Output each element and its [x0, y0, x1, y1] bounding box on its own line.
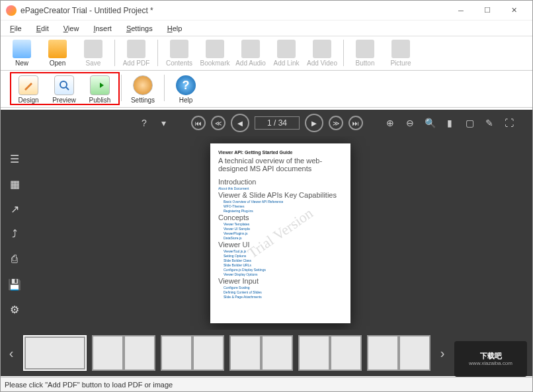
toolbar-separator	[157, 40, 158, 66]
bookmark-icon	[206, 40, 224, 58]
chevron-down-icon[interactable]: ▾	[157, 116, 171, 130]
app-icon	[6, 5, 17, 16]
link-icon	[277, 40, 296, 58]
thumbnail-6[interactable]	[367, 335, 430, 371]
print-icon[interactable]: ⎙	[7, 253, 22, 266]
menu-file[interactable]: File	[10, 24, 22, 32]
pencil-icon[interactable]: ✎	[482, 116, 497, 130]
svg-point-0	[60, 81, 67, 88]
menu-bar: File Edit View Insert Settings Help	[1, 20, 532, 36]
menu-insert[interactable]: Insert	[93, 24, 112, 32]
preview-icon	[54, 75, 74, 95]
page-canvas[interactable]: Viewer API: Getting Started Guide A tech…	[28, 136, 532, 330]
last-page-button[interactable]: ⏭	[348, 116, 363, 130]
zoom-out-icon[interactable]: ⊖	[403, 116, 417, 130]
thumb-next-button[interactable]: ›	[436, 346, 449, 361]
maximize-button[interactable]: ☐	[474, 3, 501, 19]
settings-gear-icon[interactable]: ⚙	[7, 303, 22, 316]
status-bar: Please click "Add PDF" button to load PD…	[1, 377, 532, 391]
save-button[interactable]: Save	[76, 38, 110, 68]
page-indicator[interactable]: 1 / 34	[255, 116, 300, 130]
main-toolbar: New Open Save Add PDF Contents Bookmark …	[1, 36, 532, 71]
download-icon[interactable]: 💾	[7, 278, 22, 291]
menu-view[interactable]: View	[63, 24, 79, 32]
thumbnail-3[interactable]	[161, 335, 224, 371]
save-icon	[84, 40, 102, 58]
help-icon: ?	[176, 75, 196, 95]
minimize-button[interactable]: ─	[448, 3, 474, 19]
add-audio-button[interactable]: Add Audio	[233, 38, 268, 68]
fast-forward-button[interactable]: ≫	[329, 116, 343, 130]
toolbar-separator	[164, 75, 165, 101]
status-message: Please click "Add PDF" button to load PD…	[5, 381, 173, 389]
brand-logo: 下载吧 www.xiazaiba.com	[454, 341, 527, 377]
publish-icon	[90, 75, 110, 95]
thumb-prev-button[interactable]: ‹	[5, 346, 18, 361]
button-tool[interactable]: Button	[348, 38, 382, 68]
toolbar-separator	[114, 40, 115, 66]
button-icon	[356, 40, 374, 58]
gear-icon	[133, 75, 153, 95]
fullscreen-icon[interactable]: ⛶	[502, 116, 516, 130]
viewer-sidebar: ☰ ▦ ↗ ⤴ ⎙ 💾 ⚙	[1, 136, 28, 330]
secondary-toolbar: Design Preview Publish Settings ? Help	[1, 71, 532, 108]
add-link-button[interactable]: Add Link	[269, 38, 304, 68]
contents-button[interactable]: Contents	[162, 38, 196, 68]
menu-help[interactable]: Help	[167, 24, 183, 32]
rewind-button[interactable]: ≪	[211, 116, 226, 130]
add-video-button[interactable]: Add Video	[305, 38, 339, 68]
viewer-main: ☰ ▦ ↗ ⤴ ⎙ 💾 ⚙ Viewer API: Getting Starte…	[1, 136, 532, 330]
window-title: ePageCreator Trial - Untitled Project *	[20, 6, 448, 15]
thumbnail-2[interactable]	[92, 335, 155, 371]
viewer-toolbar: ? ▾ ⏮ ≪ ◄ 1 / 34 ► ≫ ⏭ ⊕ ⊖ 🔍 ▮ ▢ ✎ ⛶	[1, 110, 532, 136]
page-preview: Viewer API: Getting Started Guide A tech…	[210, 143, 350, 323]
design-icon	[19, 75, 38, 95]
note-icon[interactable]: ▢	[462, 116, 477, 130]
picture-icon	[391, 40, 410, 58]
prev-page-button[interactable]: ◄	[231, 114, 249, 132]
share-icon[interactable]: ↗	[7, 202, 22, 216]
help-icon[interactable]: ?	[137, 116, 151, 130]
export-icon[interactable]: ⤴	[7, 227, 22, 241]
pdf-icon	[127, 40, 145, 58]
page-title: Viewer API: Getting Started Guide	[218, 150, 343, 155]
search-icon[interactable]: 🔍	[423, 116, 437, 130]
bookmark-button[interactable]: Bookmark	[198, 38, 232, 68]
title-bar: ePageCreator Trial - Untitled Project * …	[1, 1, 532, 20]
thumbnail-5[interactable]	[298, 335, 362, 371]
open-button[interactable]: Open	[40, 38, 75, 68]
contents-icon	[170, 40, 188, 58]
toolbar-separator	[121, 75, 122, 101]
design-button[interactable]: Design	[11, 73, 46, 106]
thumbnail-1[interactable]	[23, 335, 87, 371]
bookmark-icon[interactable]: ▮	[442, 116, 457, 130]
menu-edit[interactable]: Edit	[36, 24, 49, 32]
first-page-button[interactable]: ⏮	[191, 116, 206, 130]
toc-icon[interactable]: ☰	[7, 152, 22, 165]
audio-icon	[241, 40, 260, 58]
toolbar-separator	[343, 40, 344, 66]
new-button[interactable]: New	[5, 38, 39, 68]
picture-button[interactable]: Picture	[384, 38, 418, 68]
video-icon	[313, 40, 331, 58]
menu-settings[interactable]: Settings	[126, 24, 153, 32]
close-button[interactable]: ✕	[501, 3, 527, 19]
viewer-panel: ? ▾ ⏮ ≪ ◄ 1 / 34 ► ≫ ⏭ ⊕ ⊖ 🔍 ▮ ▢ ✎ ⛶ ☰ ▦…	[1, 110, 532, 376]
svg-line-1	[66, 87, 69, 90]
next-page-button[interactable]: ►	[305, 114, 323, 132]
zoom-in-icon[interactable]: ⊕	[383, 116, 397, 130]
settings-button[interactable]: Settings	[126, 73, 160, 106]
thumbnail-4[interactable]	[229, 335, 293, 371]
thumbnail-strip: ‹ ›	[1, 330, 532, 376]
thumbnails-icon[interactable]: ▦	[7, 177, 22, 190]
folder-open-icon	[48, 40, 67, 58]
add-pdf-button[interactable]: Add PDF	[119, 38, 153, 68]
new-file-icon	[13, 40, 31, 58]
help-button[interactable]: ? Help	[169, 73, 203, 106]
publish-button[interactable]: Publish	[83, 73, 117, 106]
preview-button[interactable]: Preview	[47, 73, 81, 106]
